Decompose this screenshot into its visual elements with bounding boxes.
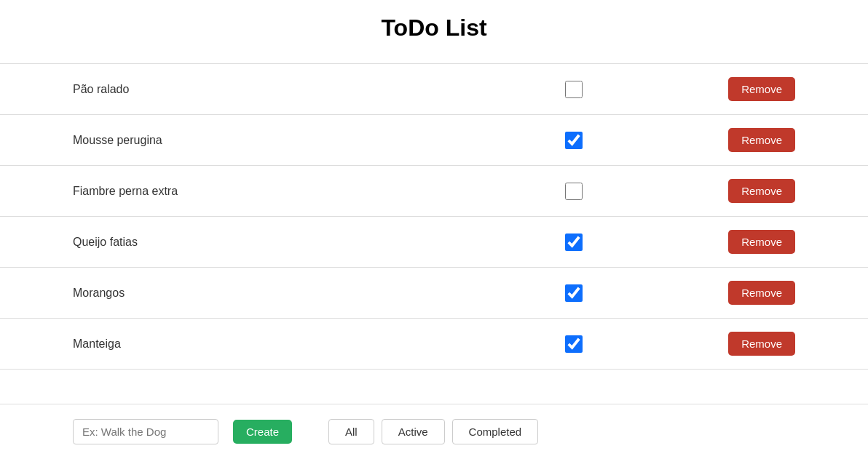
new-todo-input[interactable] xyxy=(73,419,218,444)
remove-button[interactable]: Remove xyxy=(728,332,795,356)
todo-item-checkbox[interactable] xyxy=(565,183,583,200)
todo-item-label: Pão ralado xyxy=(73,83,565,96)
todo-list: Pão raladoRemoveMousse peruginaRemoveFia… xyxy=(0,63,868,370)
create-button[interactable]: Create xyxy=(233,420,292,444)
page-title: ToDo List xyxy=(381,15,486,41)
todo-item: Queijo fatiasRemove xyxy=(0,217,868,268)
todo-item: Fiambre perna extraRemove xyxy=(0,166,868,217)
filter-completed-button[interactable]: Completed xyxy=(452,419,539,444)
remove-button[interactable]: Remove xyxy=(728,179,795,203)
todo-item-checkbox[interactable] xyxy=(565,284,583,302)
remove-button[interactable]: Remove xyxy=(728,77,795,101)
remove-button[interactable]: Remove xyxy=(728,128,795,152)
todo-item-label: Queijo fatias xyxy=(73,236,565,249)
todo-item-checkbox[interactable] xyxy=(565,234,583,251)
todo-item-checkbox[interactable] xyxy=(565,335,583,353)
todo-item-label: Manteiga xyxy=(73,338,565,351)
todo-item-label: Morangos xyxy=(73,287,565,300)
remove-button[interactable]: Remove xyxy=(728,281,795,305)
filter-buttons: All Active Completed xyxy=(328,419,538,444)
todo-item-checkbox[interactable] xyxy=(565,81,583,98)
todo-item: Mousse peruginaRemove xyxy=(0,115,868,166)
todo-item-label: Mousse perugina xyxy=(73,134,565,147)
todo-item-checkbox[interactable] xyxy=(565,132,583,149)
remove-button[interactable]: Remove xyxy=(728,230,795,254)
todo-item-label: Fiambre perna extra xyxy=(73,185,565,198)
footer: Create All Active Completed xyxy=(0,404,868,459)
page-container: ToDo List Pão raladoRemoveMousse perugin… xyxy=(0,0,868,459)
filter-active-button[interactable]: Active xyxy=(382,419,445,444)
todo-item: ManteigaRemove xyxy=(0,319,868,370)
todo-item: Pão raladoRemove xyxy=(0,64,868,115)
todo-item: MorangosRemove xyxy=(0,268,868,319)
filter-all-button[interactable]: All xyxy=(328,419,374,444)
